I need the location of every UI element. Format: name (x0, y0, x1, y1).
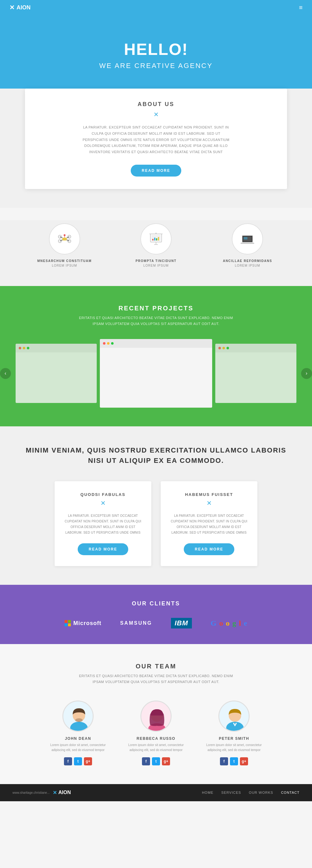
twitter-icon-3[interactable]: t (230, 757, 238, 765)
about-card: ABOUT US ✕ LA PARIATUR. EXCEPTEUR SINT O… (25, 89, 287, 189)
footer-logo: ✕ AION (53, 790, 71, 796)
feature-icon-2 (141, 223, 171, 254)
dot-green-right (226, 347, 229, 349)
carousel-prev-button[interactable]: ‹ (0, 368, 11, 379)
team-description: ERITATIS ET QUASI ARCHITECTO BEATAE VITA… (78, 673, 234, 685)
svg-rect-17 (158, 237, 159, 241)
member-desc-2: Lorem ipsum dolor sit amet, consectetur … (125, 743, 187, 753)
carousel-wrapper: ‹ (12, 339, 300, 408)
member-desc-1: Lorem ipsum dolor sit amet, consectetur … (47, 743, 109, 753)
footer-nav-ourworks[interactable]: OUR WORKS (249, 790, 273, 795)
avatar-rebbeca (141, 701, 171, 732)
facebook-icon-3[interactable]: f (220, 757, 228, 765)
browser-bar-left (15, 344, 97, 352)
info-card-1: QUODSI FABULAS ✕ LA PARIATUR. EXCEPTEUR … (55, 481, 151, 566)
svg-rect-1 (62, 238, 67, 241)
quote-section: MINIM VENIAM, QUIS NOSTRUD EXERCITATION … (0, 426, 312, 585)
team-section: OUR TEAM ERITATIS ET QUASI ARCHITECTO BE… (0, 644, 312, 784)
clients-logos: Microsoft SAMSUNG IBM Google (19, 618, 293, 628)
google-g1: G (211, 619, 217, 627)
member-name-3: PETER SMITH (203, 736, 265, 741)
info-card-body-2: LA PARIATUR. EXCEPTEUR SINT OCCAECAT CUP… (170, 513, 248, 535)
feature-title-1: MNESARCHUM CONSTITUAM (33, 259, 96, 262)
svg-point-30 (75, 718, 83, 722)
slide-content-left (15, 352, 97, 403)
twitter-icon-2[interactable]: t (152, 757, 160, 765)
ibm-logo: IBM (171, 618, 192, 628)
twitter-icon-1[interactable]: t (74, 757, 82, 765)
feature-icon-3 (232, 223, 263, 254)
ms-cell-blue (65, 623, 67, 626)
clients-section: OUR CLIENTS Microsoft SAMSUNG IBM Google (0, 585, 312, 644)
browser-bar-right (215, 344, 297, 352)
footer-url: www.sharitage.christiane... (12, 791, 50, 795)
slide-right (215, 344, 297, 403)
about-divider-icon: ✕ (44, 111, 268, 118)
ms-cell-green (68, 620, 71, 623)
info-card-2: HABEMUS FUISSET ✕ LA PARIATUR. EXCEPTEUR… (161, 481, 257, 566)
svg-point-11 (64, 234, 65, 236)
hero-title: HELLO! (6, 40, 306, 59)
footer-nav-home[interactable]: HOME (202, 790, 213, 795)
member-social-3: f t g+ (203, 757, 265, 765)
googleplus-icon-3[interactable]: g+ (240, 757, 248, 765)
facebook-icon-2[interactable]: f (142, 757, 150, 765)
google-o2: o (226, 619, 230, 627)
team-member-1: JOHN DEAN Lorem ipsum dolor sit amet, co… (47, 701, 109, 765)
cards-row: QUODSI FABULAS ✕ LA PARIATUR. EXCEPTEUR … (25, 481, 287, 566)
feature-title-3: ANCILLAE REFORMIDANS (216, 259, 279, 262)
feature-title-2: PROMPTA TINCIDUNT (125, 259, 187, 262)
dot-green-center (111, 342, 114, 345)
svg-point-21 (155, 233, 157, 234)
footer-left: www.sharitage.christiane... ✕ AION (12, 790, 71, 796)
projects-section: RECENT PROJECTS ERITATIS ET QUASI ARCHIT… (0, 286, 312, 426)
footer-nav-services[interactable]: SERVICES (221, 790, 241, 795)
ibm-text: IBM (175, 619, 188, 627)
feature-subtitle-3: LOREM IPSUM (216, 264, 279, 267)
hamburger-menu-icon[interactable]: ≡ (299, 4, 303, 11)
feature-item-2: PROMPTA TINCIDUNT LOREM IPSUM (125, 223, 187, 267)
svg-rect-24 (241, 243, 254, 244)
feature-subtitle-2: LOREM IPSUM (125, 264, 187, 267)
info-card-readmore-1[interactable]: READ MORE (78, 543, 128, 555)
microsoft-grid-icon (65, 620, 71, 626)
projects-title: RECENT PROJECTS (12, 305, 300, 312)
footer: www.sharitage.christiane... ✕ AION HOME … (0, 784, 312, 801)
avatar-peter (218, 701, 250, 732)
info-card-readmore-2[interactable]: READ MORE (184, 543, 234, 555)
info-card-body-1: LA PARIATUR. EXCEPTEUR SINT OCCAECAT CUP… (64, 513, 142, 535)
logo-text: AION (17, 4, 31, 11)
carousel-next-button[interactable]: › (301, 368, 312, 379)
about-read-more-button[interactable]: READ MORE (131, 165, 181, 177)
svg-rect-16 (156, 238, 157, 241)
team-member-3: PETER SMITH Lorem ipsum dolor sit amet, … (203, 701, 265, 765)
dot-red-left (19, 347, 21, 349)
info-card-title-2: HABEMUS FUISSET (170, 492, 248, 497)
microsoft-logo: Microsoft (65, 620, 101, 627)
projects-description: ERITATIS ET QUASI ARCHITECTO BEATAE VITA… (78, 315, 234, 327)
dot-yellow-right (222, 347, 225, 349)
about-title: ABOUT US (44, 101, 268, 107)
googleplus-icon-2[interactable]: g+ (162, 757, 170, 765)
team-members: JOHN DEAN Lorem ipsum dolor sit amet, co… (19, 701, 293, 765)
dot-red-right (218, 347, 221, 349)
footer-nav: HOME SERVICES OUR WORKS CONTACT (202, 790, 300, 795)
card-divider-2: ✕ (170, 499, 248, 507)
feature-item-3: ANCILLAE REFORMIDANS LOREM IPSUM (216, 223, 279, 267)
header: ✕ AION ≡ (0, 0, 312, 15)
about-body: LA PARIATUR. EXCEPTEUR SINT OCCAECAT CUP… (81, 124, 231, 155)
features-section: MNESARCHUM CONSTITUAM LOREM IPSUM (0, 220, 312, 286)
quote-text: MINIM VENIAM, QUIS NOSTRUD EXERCITATION … (25, 445, 287, 466)
browser-bar-center (100, 339, 212, 348)
slide-center (100, 339, 212, 408)
member-name-2: REBBECA RUSSO (125, 736, 187, 741)
dot-yellow-left (23, 347, 25, 349)
footer-nav-contact[interactable]: CONTACT (281, 790, 300, 795)
google-logo: Google (211, 619, 247, 627)
googleplus-icon-1[interactable]: g+ (84, 757, 92, 765)
google-l: l (239, 619, 242, 627)
facebook-icon-1[interactable]: f (64, 757, 72, 765)
team-title: OUR TEAM (19, 663, 293, 670)
about-section: ABOUT US ✕ LA PARIATUR. EXCEPTEUR SINT O… (0, 89, 312, 208)
svg-rect-14 (152, 239, 154, 241)
